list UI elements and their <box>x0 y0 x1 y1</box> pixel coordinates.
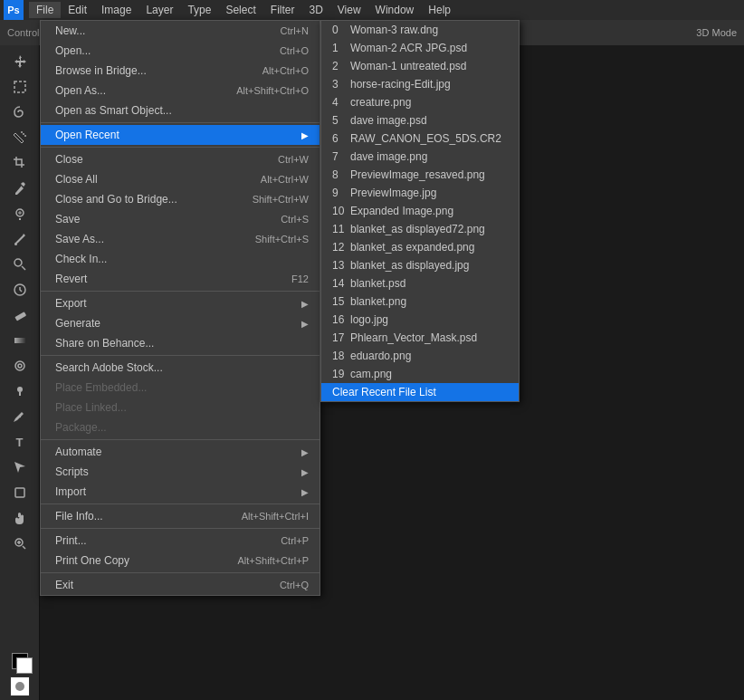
tool-clone[interactable] <box>8 253 32 276</box>
menu-export[interactable]: Export ▶ <box>41 293 320 313</box>
menu-package[interactable]: Package... <box>41 417 320 437</box>
menu-help[interactable]: Help <box>421 2 458 18</box>
menu-open-smart-object[interactable]: Open as Smart Object... <box>41 101 320 120</box>
menu-print[interactable]: Print... Ctrl+P <box>41 531 320 551</box>
clear-recent-list[interactable]: Clear Recent File List <box>321 383 519 401</box>
menu-import[interactable]: Import ▶ <box>41 482 320 502</box>
recent-file-6[interactable]: 6 RAW_CANON_EOS_5DS.CR2 <box>321 129 519 148</box>
recent-file-12[interactable]: 12 blanket_as expanded.png <box>321 238 519 256</box>
recent-file-2[interactable]: 2 Woman-1 untreated.psd <box>321 57 519 75</box>
separator-8 <box>41 572 320 573</box>
menu-place-embedded[interactable]: Place Embedded... <box>41 378 320 398</box>
recent-file-8[interactable]: 8 PreviewImage_resaved.png <box>321 166 519 184</box>
menu-share-behance[interactable]: Share on Behance... <box>41 333 320 353</box>
menu-search-stock[interactable]: Search Adobe Stock... <box>41 358 320 378</box>
recent-file-15[interactable]: 15 blanket.png <box>321 292 519 311</box>
tool-pen[interactable] <box>8 405 32 428</box>
menu-filter[interactable]: Filter <box>263 2 302 18</box>
menu-open[interactable]: Open... Ctrl+O <box>41 41 320 61</box>
svg-rect-10 <box>14 338 25 343</box>
menu-save[interactable]: Save Ctrl+S <box>41 209 320 229</box>
recent-file-17[interactable]: 17 Phlearn_Vector_Mask.psd <box>321 329 519 347</box>
recent-file-5[interactable]: 5 dave image.psd <box>321 111 519 129</box>
separator-5 <box>41 439 320 440</box>
recent-file-16[interactable]: 16 logo.jpg <box>321 311 519 329</box>
tool-zoom[interactable] <box>8 532 32 555</box>
tool-shape[interactable] <box>8 481 32 504</box>
menu-close[interactable]: Close Ctrl+W <box>41 149 320 169</box>
menu-browse-in-bridge[interactable]: Browse in Bridge... Alt+Ctrl+O <box>41 61 320 81</box>
menu-bar: Ps File Edit Image Layer Type Select Fil… <box>0 0 744 20</box>
tool-history[interactable] <box>8 278 32 302</box>
tool-brush[interactable] <box>8 227 32 251</box>
svg-rect-15 <box>15 488 24 497</box>
menu-automate[interactable]: Automate ▶ <box>41 442 320 462</box>
separator-6 <box>41 503 320 504</box>
tool-dodge[interactable] <box>8 379 32 403</box>
open-recent-submenu: 0 Woman-3 raw.dng 1 Woman-2 ACR JPG.psd … <box>320 20 520 402</box>
menu-place-linked[interactable]: Place Linked... <box>41 398 320 417</box>
menu-window[interactable]: Window <box>368 2 422 18</box>
tool-move[interactable] <box>8 50 32 73</box>
background-color[interactable] <box>16 657 33 674</box>
menu-type[interactable]: Type <box>180 2 218 18</box>
menu-new[interactable]: New... Ctrl+N <box>41 21 320 41</box>
menu-open-as[interactable]: Open As... Alt+Shift+Ctrl+O <box>41 81 320 101</box>
menu-select[interactable]: Select <box>218 2 262 18</box>
left-sidebar: T <box>0 45 40 700</box>
menu-image[interactable]: Image <box>94 2 138 18</box>
recent-file-0[interactable]: 0 Woman-3 raw.dng <box>321 21 519 39</box>
recent-file-18[interactable]: 18 eduardo.png <box>321 347 519 365</box>
tool-crop[interactable] <box>8 151 32 175</box>
menu-print-one-copy[interactable]: Print One Copy Alt+Shift+Ctrl+P <box>41 551 320 571</box>
recent-file-7[interactable]: 7 dave image.png <box>321 148 519 166</box>
svg-line-17 <box>23 546 25 549</box>
recent-file-9[interactable]: 9 PreviewImage.jpg <box>321 184 519 202</box>
tool-type[interactable]: T <box>8 430 32 454</box>
menu-check-in[interactable]: Check In... <box>41 249 320 269</box>
svg-rect-0 <box>14 82 25 92</box>
tool-lasso[interactable] <box>8 101 32 124</box>
recent-file-13[interactable]: 13 blanket_as displayed.jpg <box>321 256 519 274</box>
quick-mask[interactable] <box>10 676 30 696</box>
svg-point-3 <box>24 135 26 137</box>
tool-marquee[interactable] <box>8 75 32 99</box>
menu-3d[interactable]: 3D <box>301 2 329 18</box>
tool-blur[interactable] <box>8 354 32 378</box>
menu-exit[interactable]: Exit Ctrl+Q <box>41 575 320 595</box>
recent-file-10[interactable]: 10 Expanded Image.png <box>321 202 519 220</box>
tool-gradient[interactable] <box>8 329 32 352</box>
separator-7 <box>41 528 320 529</box>
menu-open-recent[interactable]: Open Recent ▶ <box>41 125 320 145</box>
tool-path-select[interactable] <box>8 455 32 479</box>
foreground-color[interactable] <box>12 653 28 669</box>
menu-generate[interactable]: Generate ▶ <box>41 313 320 333</box>
svg-point-2 <box>21 131 23 133</box>
svg-point-1 <box>23 133 24 135</box>
menu-close-all[interactable]: Close All Alt+Ctrl+W <box>41 169 320 189</box>
separator-2 <box>41 147 320 148</box>
tool-eraser[interactable] <box>8 303 32 327</box>
recent-file-3[interactable]: 3 horse-racing-Edit.jpg <box>321 75 519 93</box>
menu-save-as[interactable]: Save As... Shift+Ctrl+S <box>41 229 320 249</box>
menu-revert[interactable]: Revert F12 <box>41 269 320 289</box>
tool-hand[interactable] <box>8 506 32 530</box>
menu-view[interactable]: View <box>330 2 368 18</box>
separator-4 <box>41 355 320 356</box>
svg-rect-9 <box>14 312 26 321</box>
menu-layer[interactable]: Layer <box>138 2 180 18</box>
recent-file-4[interactable]: 4 creature.png <box>321 93 519 111</box>
recent-file-14[interactable]: 14 blanket.psd <box>321 274 519 292</box>
tool-spot-heal[interactable] <box>8 202 32 225</box>
menu-file-info[interactable]: File Info... Alt+Shift+Ctrl+I <box>41 506 320 526</box>
menu-scripts[interactable]: Scripts ▶ <box>41 462 320 482</box>
menu-edit[interactable]: Edit <box>61 2 94 18</box>
tool-magic-wand[interactable] <box>8 126 32 149</box>
recent-file-19[interactable]: 19 cam.png <box>321 365 519 383</box>
recent-file-1[interactable]: 1 Woman-2 ACR JPG.psd <box>321 39 519 57</box>
menu-close-bridge[interactable]: Close and Go to Bridge... Shift+Ctrl+W <box>41 189 320 209</box>
menu-file[interactable]: File <box>29 2 61 18</box>
recent-file-11[interactable]: 11 blanket_as displayed72.png <box>321 220 519 238</box>
tool-eyedropper[interactable] <box>8 177 32 200</box>
svg-point-11 <box>15 361 24 370</box>
